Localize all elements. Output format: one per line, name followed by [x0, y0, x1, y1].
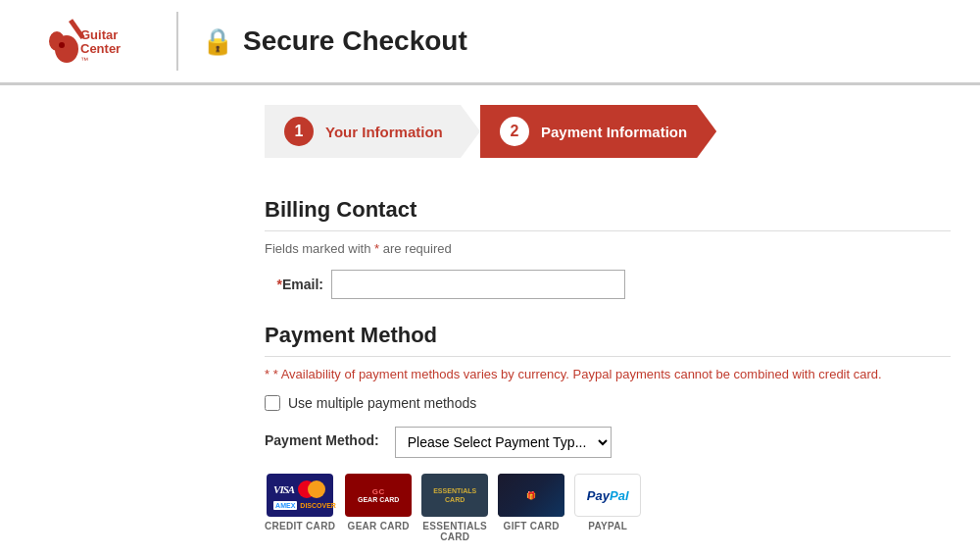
lock-icon: 🔒	[202, 26, 233, 57]
required-note: Fields marked with * are required	[265, 241, 951, 256]
credit-card-label: CREDIT CARD	[265, 521, 335, 531]
email-label: *Email:	[265, 277, 323, 292]
visa-logo: VISA	[273, 483, 294, 495]
payment-icons: VISA AMEX DISCOVER	[265, 474, 641, 542]
svg-text:™: ™	[80, 56, 88, 65]
gear-card-label: GEAR CARD	[348, 521, 410, 531]
email-input[interactable]	[331, 270, 625, 299]
credit-card-icon-item[interactable]: VISA AMEX DISCOVER	[265, 474, 335, 531]
payment-type-select[interactable]: Please Select Payment Typ... Credit Card…	[395, 427, 612, 458]
step-1[interactable]: 1 Your Information	[265, 105, 480, 158]
steps-container: 1 Your Information 2 Payment Information	[265, 85, 980, 177]
gear-card-icon-item[interactable]: GC GEAR CARD GEAR CARD	[345, 474, 412, 531]
checkout-title: 🔒 Secure Checkout	[202, 25, 467, 57]
gear-card-text: GEAR CARD	[358, 496, 399, 503]
paypal-icon-item[interactable]: PayPal PAYPAL	[574, 474, 641, 531]
essentials-text: ESSENTIALSCARD	[433, 486, 476, 504]
multiple-payment-row: Use multiple payment methods	[265, 395, 951, 411]
availability-note: * * Availability of payment methods vari…	[265, 367, 951, 381]
essentials-card-label: ESSENTIALSCARD	[422, 521, 487, 542]
paypal-label: PAYPAL	[588, 521, 627, 531]
paypal-box: PayPal	[574, 474, 641, 517]
asterisk: *	[374, 241, 379, 256]
gift-card-label: GIFT CARD	[504, 521, 560, 531]
checkout-title-text: Secure Checkout	[243, 25, 467, 57]
svg-point-1	[49, 31, 65, 51]
gc-logo-text: GC	[372, 487, 385, 496]
essentials-card-box: ESSENTIALSCARD	[421, 474, 488, 517]
billing-section-title: Billing Contact	[265, 197, 951, 231]
gift-card-icon-item[interactable]: 🎁 GIFT CARD	[498, 474, 564, 531]
guitar-center-logo: Guitar Center ™	[29, 12, 137, 71]
amex-logo: AMEX	[273, 501, 297, 510]
email-row: *Email:	[265, 270, 951, 299]
essentials-card-icon-item[interactable]: ESSENTIALSCARD ESSENTIALSCARD	[421, 474, 488, 542]
svg-point-3	[59, 42, 65, 48]
mc-circle2	[308, 480, 325, 498]
step-1-label: Your Information	[325, 124, 443, 140]
step-1-number: 1	[284, 117, 314, 146]
step-2-label: Payment Information	[541, 124, 687, 140]
header: Guitar Center ™ 🔒 Secure Checkout	[0, 0, 980, 85]
multiple-payment-checkbox[interactable]	[265, 395, 280, 411]
step-2[interactable]: 2 Payment Information	[480, 105, 716, 158]
svg-text:Center: Center	[80, 41, 121, 56]
gift-card-box: 🎁	[498, 474, 564, 517]
svg-text:Guitar: Guitar	[80, 27, 118, 42]
main-content: Billing Contact Fields marked with * are…	[0, 177, 980, 556]
payment-section: Payment Method * * Availability of payme…	[265, 323, 951, 542]
availability-asterisk: *	[265, 367, 270, 381]
paypal-pal: Pal	[610, 488, 629, 503]
discover-logo: DISCOVER	[300, 502, 336, 509]
gear-card-box: GC GEAR CARD	[345, 474, 412, 517]
credit-card-box: VISA AMEX DISCOVER	[267, 474, 333, 517]
paypal-text: PayPal	[587, 488, 629, 503]
gift-icon: 🎁	[526, 491, 536, 500]
step-2-number: 2	[500, 117, 529, 146]
logo-area: Guitar Center ™	[29, 12, 137, 71]
payment-section-title: Payment Method	[265, 323, 951, 357]
email-asterisk: *	[277, 277, 282, 292]
multiple-payment-label: Use multiple payment methods	[288, 395, 476, 411]
paypal-pay: Pay	[587, 488, 610, 503]
payment-method-label: Payment Method:	[265, 427, 379, 448]
payment-method-row: Payment Method: Please Select Payment Ty…	[265, 427, 951, 542]
header-divider	[176, 12, 178, 71]
